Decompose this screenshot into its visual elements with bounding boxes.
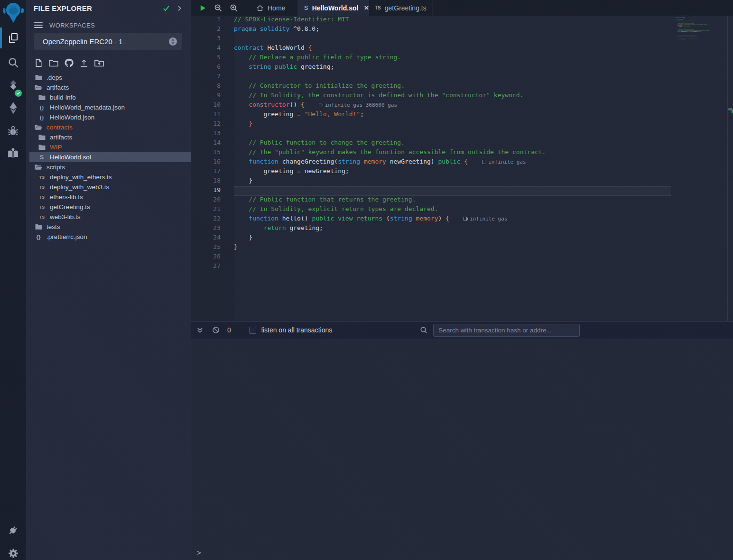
expand-terminal-icon[interactable] [196,327,204,334]
tree-item-contracts[interactable]: contracts [26,122,191,132]
code-line: } [234,234,676,243]
tree-item-deploy-with-ethers-ts[interactable]: TSdeploy_with_ethers.ts [26,172,191,182]
sidebar-item-debugger[interactable] [0,121,26,140]
tree-item-label: web3-lib.ts [50,213,81,220]
code-line: // The "public" keyword makes the functi… [234,148,676,158]
listen-transactions-checkbox[interactable] [249,327,256,334]
line-number: 21 [191,205,234,215]
json-icon: {} [38,115,46,120]
listen-transactions-label[interactable]: listen on all transactions [261,326,332,334]
code-line [234,262,676,272]
tree-item-label: HelloWorld.json [50,114,94,121]
line-number: 17 [191,167,234,177]
tree-item-scripts[interactable]: scripts [26,162,191,172]
tab-label: HelloWorld.sol [312,4,359,12]
run-script-icon[interactable] [199,4,206,12]
folder-icon [38,94,46,101]
gas-pump-icon [482,160,485,164]
tree-item-helloworld-json[interactable]: {}HelloWorld.json [26,112,191,122]
code-line [234,186,676,196]
new-file-icon[interactable] [34,58,43,68]
ts-icon: TS [38,184,46,190]
gas-pump-icon [464,217,467,221]
workspaces-menu-icon[interactable] [34,21,43,29]
tree-item-getgreeting-ts[interactable]: TSgetGreeting.ts [26,202,191,212]
sidebar-item-deploy-and-run[interactable] [0,99,26,118]
upload-file-icon[interactable] [79,58,89,68]
code-line: // Public function that returns the gree… [234,196,676,205]
code-line: function changeGreeting(string memory ne… [234,158,676,167]
code-line: } [234,120,676,129]
tree-item-helloworld-metadata-json[interactable]: {}HelloWorld_metadata.json [26,102,191,112]
workspace-select[interactable]: OpenZeppelin ERC20 - 1 [34,33,182,50]
panel-collapse-chevron-icon[interactable] [176,5,183,12]
tree-item--deps[interactable]: .deps [26,73,191,83]
tree-item-label: WIP [50,144,62,151]
clear-console-icon[interactable] [212,326,220,334]
close-tab-icon[interactable] [364,5,369,10]
sidebar-item-settings[interactable] [0,544,26,560]
sidebar-item-plugin-manager[interactable] [0,521,26,540]
new-folder-icon[interactable] [48,58,59,68]
tree-item-deploy-with-web3-ts[interactable]: TSdeploy_with_web3.ts [26,182,191,192]
tree-item-tests[interactable]: tests [26,222,191,232]
code-line [234,35,676,44]
ts-icon: TS [38,204,46,210]
line-number: 10 [191,101,234,110]
sidebar-item-file-explorer[interactable] [0,28,26,47]
code-line [234,253,676,262]
zoom-out-icon[interactable] [214,4,222,12]
line-number: 6 [191,63,234,73]
sol-icon: S [38,154,46,161]
tree-item-label: build-info [50,94,76,101]
typescript-file-icon: TS [375,5,381,10]
line-number: 20 [191,196,234,205]
terminal-output[interactable]: > [191,339,733,560]
code-line [234,73,676,82]
tree-item--prettierrc-json[interactable]: {}.prettierrc.json [26,232,191,242]
gear-icon [7,547,19,560]
tab-home[interactable]: Home [251,0,298,16]
zoom-in-icon[interactable] [230,4,238,12]
tree-item-artifacts[interactable]: artifacts [26,83,191,92]
line-number: 14 [191,139,234,148]
home-icon [256,4,264,12]
tree-item-label: artifacts [50,134,72,141]
sidebar-item-unit-testing[interactable] [0,143,26,162]
tab-helloworld-sol[interactable]: S HelloWorld.sol [298,0,369,16]
code-line: } [234,177,676,186]
code-line: pragma solidity ^0.8.0; [234,25,676,35]
code-line: return greeting; [234,224,676,234]
line-number: 15 [191,148,234,158]
search-icon [7,56,19,69]
code-line: // Public function to change the greetin… [234,139,676,148]
tree-item-artifacts[interactable]: artifacts [26,132,191,142]
github-icon[interactable] [64,58,74,68]
check-icon [16,91,20,95]
upload-folder-icon[interactable] [94,58,104,68]
code-editor[interactable]: 1234567891011121314151617181920212223242… [191,16,733,321]
tree-item-wip[interactable]: WIP [26,142,191,152]
terminal-panel: 0 listen on all transactions > [191,321,733,560]
folder-open-icon [35,164,42,170]
gas-estimate: infinite gas [482,159,526,165]
tree-item-helloworld-sol[interactable]: SHelloWorld.sol [29,152,191,162]
sidebar-item-solidity-compiler[interactable] [0,75,26,96]
terminal-search-input[interactable] [433,324,580,337]
tree-item-web3-lib-ts[interactable]: TSweb3-lib.ts [26,212,191,222]
line-number: 26 [191,253,234,262]
workspace-select-arrows-icon [168,37,177,46]
book-icon [7,147,19,159]
tree-item-ethers-lib-ts[interactable]: TSethers-lib.ts [26,192,191,202]
minimap[interactable]: // SPDX-License-Identifier: MITpragma so… [676,16,714,321]
sidebar-item-search[interactable] [0,53,26,72]
compile-success-badge [15,90,22,97]
tab-getgreeting-ts[interactable]: TS getGreeting.ts [369,0,433,16]
tree-item-label: tests [46,223,60,230]
code-line: function hello() public view returns (st… [234,215,676,224]
code-line [676,43,714,44]
tree-item-build-info[interactable]: build-info [26,92,191,102]
code-content: // SPDX-License-Identifier: MITpragma so… [234,16,676,272]
tree-item-label: deploy_with_ethers.ts [50,174,112,181]
line-number: 2 [191,25,234,35]
